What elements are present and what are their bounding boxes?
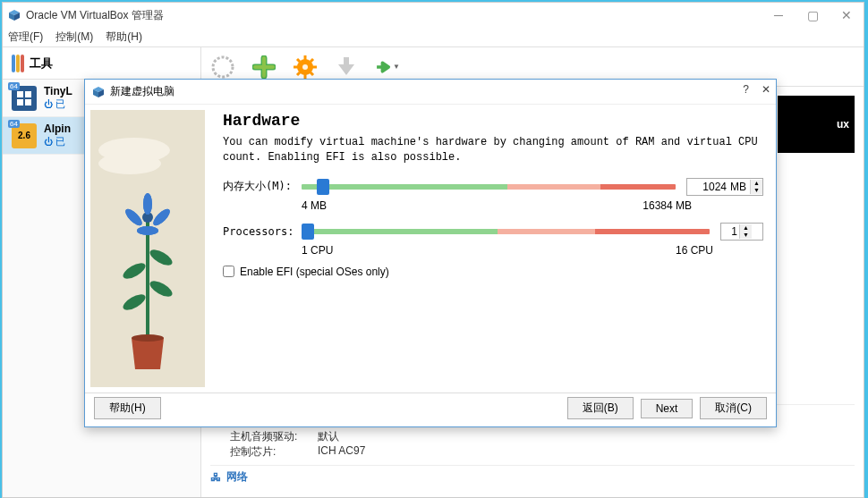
cpu-up[interactable]: ▲ (740, 224, 752, 232)
svg-rect-4 (25, 91, 31, 97)
tools-label: 工具 (30, 55, 53, 72)
efi-checkbox[interactable] (223, 266, 234, 277)
svg-rect-3 (17, 91, 23, 97)
close-button[interactable]: ✕ (830, 3, 864, 28)
preview-panel: ux (778, 96, 855, 153)
svg-point-37 (137, 226, 158, 235)
watermark: 值 什么值得买 (750, 468, 861, 493)
minimize-button[interactable]: ─ (762, 3, 796, 28)
svg-point-39 (132, 334, 164, 342)
memory-slider[interactable] (302, 184, 676, 190)
menubar: 管理(F) 控制(M) 帮助(H) (3, 28, 864, 47)
memory-spinbox[interactable]: MB ▲▼ (686, 178, 763, 196)
svg-point-24 (98, 153, 161, 174)
back-button[interactable]: 返回(B) (567, 397, 634, 419)
vm-name: TinyL (44, 85, 72, 97)
window-title: Oracle VM VirtualBox 管理器 (26, 8, 164, 23)
svg-line-17 (311, 59, 313, 62)
settings-button[interactable] (293, 55, 318, 80)
new-vm-dialog: 新建虚拟电脑 ? ✕ Hardware You can modify virtu… (84, 79, 777, 427)
dialog-titlebar: 新建虚拟电脑 ? ✕ (85, 80, 776, 105)
dialog-heading: Hardware (223, 112, 763, 130)
menu-help[interactable]: 帮助(H) (106, 30, 142, 45)
dialog-close-icon[interactable]: ✕ (762, 83, 770, 96)
titlebar: Oracle VM VirtualBox 管理器 ─ ▢ ✕ (3, 3, 864, 28)
memory-label: 内存大小(M): (223, 179, 294, 194)
svg-rect-6 (25, 99, 31, 106)
cancel-button[interactable]: 取消(C) (700, 397, 767, 419)
dialog-footer: 帮助(H) 返回(B) Next 取消(C) (85, 392, 776, 423)
svg-point-7 (213, 57, 233, 77)
add-button[interactable] (251, 55, 277, 80)
dialog-description: You can modify virtual machine's hardwar… (223, 135, 763, 165)
dialog-illustration (90, 110, 205, 387)
vm-status: 已 (44, 135, 71, 148)
app-icon (8, 9, 21, 21)
cpu-spinbox[interactable]: ▲▼ (720, 223, 763, 241)
mem-down[interactable]: ▼ (751, 187, 762, 194)
memory-input[interactable] (687, 179, 728, 195)
start-button[interactable]: ▼ (375, 55, 400, 80)
tools-item[interactable]: 工具 (3, 47, 200, 80)
mem-up[interactable]: ▲ (751, 180, 762, 187)
dialog-help-icon[interactable]: ? (743, 83, 749, 96)
svg-line-15 (311, 72, 313, 75)
cpu-down[interactable]: ▼ (740, 232, 752, 239)
svg-rect-5 (17, 99, 23, 106)
help-button[interactable]: 帮助(H) (94, 397, 161, 419)
network-icon: 🖧 (210, 471, 221, 484)
cpu-label: Processors: (223, 225, 294, 238)
cpu-input[interactable] (721, 224, 739, 240)
menu-control[interactable]: 控制(M) (55, 30, 93, 45)
cpu-slider[interactable] (302, 229, 710, 234)
new-button[interactable] (210, 55, 235, 80)
svg-point-9 (302, 64, 308, 70)
discard-button[interactable] (334, 55, 359, 80)
menu-file[interactable]: 管理(F) (8, 30, 43, 45)
svg-line-14 (297, 59, 300, 62)
svg-line-16 (297, 72, 300, 75)
svg-rect-18 (344, 57, 349, 66)
vm-status: 已 (44, 97, 72, 111)
vm-name: Alpin (44, 122, 71, 135)
efi-label: Enable EFI (special OSes only) (240, 266, 389, 278)
maximize-button[interactable]: ▢ (796, 3, 830, 28)
svg-point-35 (143, 193, 152, 215)
tools-icon (12, 55, 24, 72)
dialog-title: 新建虚拟电脑 (110, 84, 174, 99)
dialog-icon (92, 86, 105, 98)
next-button[interactable]: Next (641, 399, 694, 418)
